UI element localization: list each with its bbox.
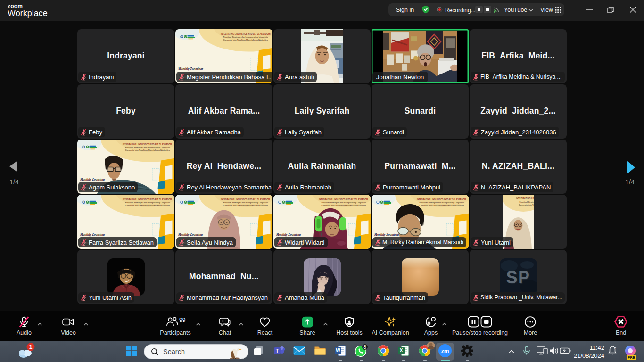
svg-text:8: 8	[363, 345, 366, 350]
svg-text:Monthly Zoominar: Monthly Zoominar	[178, 66, 203, 71]
svg-text:Monthly Zoominar: Monthly Zoominar	[276, 232, 301, 237]
svg-text:Concepts into Teaching Materia: Concepts into Teaching Materials and Act…	[322, 204, 367, 206]
svg-text:Practical Strategies for Incor: Practical Strategies for Incorporating L…	[223, 201, 269, 204]
svg-text:Concepts into Teaching Materia: Concepts into Teaching Materials and Act…	[223, 39, 269, 41]
svg-text:99: 99	[179, 317, 186, 323]
svg-text:Concepts into Teaching Materia: Concepts into Teaching Materials and Act…	[223, 204, 269, 206]
svg-text:Concepts into Teaching Materia: Concepts into Teaching Materials and Act…	[125, 149, 171, 151]
svg-text:INTEGRATING LINGUISTICS INTO E: INTEGRATING LINGUISTICS INTO ELT CLASSRO…	[417, 198, 467, 201]
svg-text:INTEGRATING LINGUISTICS INTO E: INTEGRATING LINGUISTICS INTO ELT CLASSRO…	[221, 198, 271, 201]
svg-text:Practical Strategies for Incor: Practical Strategies for Incorporating L…	[125, 146, 171, 148]
svg-text:INTEGRATING LINGUISTICS INTO E: INTEGRATING LINGUISTICS INTO ELT CLASSRO…	[319, 198, 369, 201]
svg-text:Practical Strateg: Practical Strateg	[519, 201, 534, 203]
svg-text:SP: SP	[506, 268, 530, 287]
svg-text:INTEGRATING LINGUISTICS INTO E: INTEGRATING LINGUISTICS INTO ELT CLASSRO…	[123, 143, 173, 146]
svg-text:INTEGRATING LING: INTEGRATING LING	[516, 197, 534, 200]
svg-text:Practical Strategies for Incor: Practical Strategies for Incorporating L…	[223, 36, 269, 38]
svg-text:Concepts into Teaching Materia: Concepts into Teaching Materials and Act…	[420, 204, 465, 206]
svg-text:Practical Strategies for Incor: Practical Strategies for Incorporating L…	[125, 201, 171, 204]
svg-text:Monthly Zoominar: Monthly Zoominar	[178, 232, 203, 237]
svg-text:W: W	[336, 348, 340, 353]
svg-text:INTEGRATING LINGUISTICS INTO E: INTEGRATING LINGUISTICS INTO ELT CLASSRO…	[123, 198, 173, 201]
svg-text:Concepts into Tea: Concepts into Tea	[519, 204, 534, 206]
svg-text:Practical Strategies for Incor: Practical Strategies for Incorporating L…	[420, 201, 465, 204]
svg-text:zm: zm	[441, 348, 449, 354]
svg-text:Monthly Zoominar: Monthly Zoominar	[80, 177, 105, 181]
svg-text:Monthly Zoominar: Monthly Zoominar	[80, 232, 105, 237]
svg-text:1: 1	[29, 344, 33, 350]
svg-text:Monthly Zoominar: Monthly Zoominar	[374, 232, 399, 237]
svg-text:INTEGRATING LINGUISTICS INTO E: INTEGRATING LINGUISTICS INTO ELT CLASSRO…	[221, 33, 271, 35]
svg-text:T: T	[276, 348, 279, 354]
svg-text:Practical Strategies for Incor: Practical Strategies for Incorporating L…	[322, 201, 367, 204]
svg-text:Concepts into Teaching Materia: Concepts into Teaching Materials and Act…	[125, 204, 171, 206]
svg-text:z: z	[614, 346, 616, 350]
svg-text:X: X	[400, 348, 403, 353]
